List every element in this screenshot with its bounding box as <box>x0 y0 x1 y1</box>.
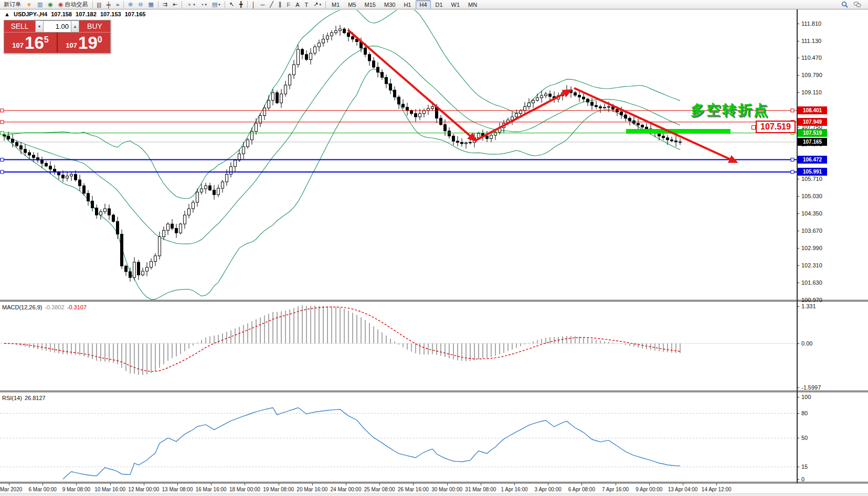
ohlc-high: 107.182 <box>76 11 97 17</box>
horizontal-line-icon[interactable]: ─ <box>259 0 267 9</box>
trendline-icon[interactable]: ╱ <box>268 0 276 9</box>
text-label-icon[interactable]: T <box>303 0 311 9</box>
bar-chart-icon[interactable]: ||| <box>95 0 104 9</box>
main-chart-pane[interactable] <box>0 9 868 301</box>
time-tick <box>177 483 178 486</box>
tile-windows-icon[interactable]: ▦ <box>146 0 155 9</box>
buy-price[interactable]: 107 19 0 <box>58 33 110 52</box>
axis-tick <box>797 387 799 388</box>
timeframe-h1[interactable]: H1 <box>400 0 415 9</box>
time-tick-label: 24 Mar 00:00 <box>331 487 362 492</box>
toolbar-separator <box>92 1 93 8</box>
volume-input[interactable] <box>44 20 71 33</box>
axis-tick-label: 101.630 <box>801 279 822 286</box>
axis-tick-label: 109.110 <box>801 89 822 95</box>
time-tick <box>413 483 414 486</box>
axis-tick-label: 110.470 <box>801 55 822 61</box>
axis-tick <box>797 479 799 480</box>
text-icon[interactable]: A <box>293 0 301 9</box>
toolbar: 新订单▼▥◉◉自动交易|||╪≈⊕⊖▦⇉⇤＋▾◔▾▤▾↖╋│─╱∥FAT↗▾ M… <box>0 0 868 9</box>
time-tick <box>76 483 77 486</box>
time-tick <box>683 483 683 486</box>
signal-icon[interactable]: ◉ <box>46 0 55 9</box>
annotation-text[interactable]: 多空转折点 <box>691 101 769 120</box>
axis-tick <box>797 24 799 24</box>
timeframe-d1[interactable]: D1 <box>432 0 447 9</box>
templates-icon[interactable]: ▤▾ <box>210 0 223 9</box>
price-label-handle[interactable] <box>751 125 756 130</box>
axis-tick <box>797 58 799 58</box>
new-order-button[interactable]: 新订单 <box>2 0 23 9</box>
axis-tick-label: 1.331 <box>801 303 816 309</box>
timeframe-buttons: M1M5M15M30H1H4D1W1MN <box>327 0 481 9</box>
time-tick <box>481 483 481 486</box>
one-click-trading-panel: SELL ▼ ▲ BUY 107 16 5 107 19 0 <box>4 20 111 53</box>
axis-tick-label: 15 <box>801 463 808 470</box>
cursor-icon[interactable]: ↖ <box>227 0 236 9</box>
chat-icon[interactable] <box>851 0 863 9</box>
toolbar-separator <box>247 1 248 8</box>
styler-icon[interactable]: ▼ <box>24 0 34 9</box>
toolbar-separator <box>225 1 225 8</box>
volume-decrease-button[interactable]: ▼ <box>35 20 44 33</box>
search-icon[interactable] <box>839 0 850 9</box>
vertical-line-icon[interactable]: │ <box>250 0 258 9</box>
zoom-in-icon[interactable]: ⊕ <box>126 0 135 9</box>
time-tick-label: 13 Mar 08:00 <box>162 487 193 492</box>
toolbar-right <box>839 0 864 9</box>
axis-tick <box>797 438 799 438</box>
timeframe-w1[interactable]: W1 <box>448 0 464 9</box>
arrows-icon[interactable]: ↗▾ <box>311 0 323 9</box>
buy-price-big: 19 <box>78 35 98 51</box>
channel-icon[interactable]: ∥ <box>277 0 284 9</box>
time-tick <box>312 483 313 486</box>
time-tick <box>43 483 43 486</box>
toolbar-separator <box>325 1 326 8</box>
auto-scroll-icon[interactable]: ⇉ <box>161 0 170 9</box>
axis-tick-label: 105.030 <box>801 193 822 199</box>
mt4-terminal-window: 新订单▼▥◉◉自动交易|||╪≈⊕⊖▦⇉⇤＋▾◔▾▤▾↖╋│─╱∥FAT↗▾ M… <box>0 0 868 496</box>
timeframe-m15[interactable]: M15 <box>361 0 379 9</box>
axis-tick <box>797 41 799 41</box>
timeframe-m30[interactable]: M30 <box>380 0 399 9</box>
timeframe-m1[interactable]: M1 <box>328 0 343 9</box>
time-tick-label: 6 Mar 00:00 <box>29 487 57 492</box>
buy-price-prefix: 107 <box>66 41 77 49</box>
macd-pane[interactable] <box>0 303 868 392</box>
indicators-icon[interactable]: ＋▾ <box>184 0 197 9</box>
axis-tick-label: 111.810 <box>801 20 821 27</box>
candlestick-chart-icon[interactable]: ╪ <box>104 0 113 9</box>
rsi-label: RSI(14)26.8127 <box>2 395 46 401</box>
time-tick <box>514 483 515 486</box>
fibonacci-icon[interactable]: F <box>284 0 292 9</box>
buy-button[interactable]: BUY <box>79 20 110 33</box>
timeframe-m5[interactable]: M5 <box>344 0 359 9</box>
symbol-name: USDJPY-,H4 <box>14 11 47 17</box>
toolbar-buttons: 新订单▼▥◉◉自动交易|||╪≈⊕⊖▦⇉⇤＋▾◔▾▤▾↖╋│─╱∥FAT↗▾ <box>1 0 327 9</box>
volume-increase-button[interactable]: ▲ <box>71 20 79 33</box>
axis-tick <box>797 300 799 300</box>
timeframe-mn[interactable]: MN <box>464 0 481 9</box>
price-label-box[interactable]: 107.519 <box>756 121 796 133</box>
axis-tick-label: 102.990 <box>801 245 822 251</box>
timeframe-h4[interactable]: H4 <box>416 0 430 9</box>
axis-tick-label: -1.5997 <box>801 384 821 391</box>
periods-icon[interactable]: ◔▾ <box>198 0 209 9</box>
sell-button[interactable]: SELL <box>4 20 35 33</box>
line-chart-icon[interactable]: ≈ <box>114 0 121 9</box>
market-watch-icon[interactable]: ▥ <box>35 0 45 9</box>
auto-trading-button[interactable]: ◉自动交易 <box>56 0 90 9</box>
time-tick-label: 13 Apr 04:00 <box>668 487 698 492</box>
zoom-out-icon[interactable]: ⊖ <box>136 0 145 9</box>
crosshair-icon[interactable]: ╋ <box>237 0 245 9</box>
macd-label: MACD(12,26,9)-0.3802-0.3107 <box>2 304 87 310</box>
chart-shift-icon[interactable]: ⇤ <box>171 0 179 9</box>
sell-price[interactable]: 107 16 5 <box>4 33 58 52</box>
price-badge: 106.472 <box>798 156 827 164</box>
collapse-marker-icon[interactable]: ▲ <box>4 11 10 17</box>
time-tick <box>616 483 616 486</box>
rsi-pane[interactable] <box>0 394 868 483</box>
ohlc-close: 107.165 <box>125 11 146 17</box>
price-badge: 105.991 <box>798 168 827 176</box>
window-bottom-strip <box>0 493 868 496</box>
